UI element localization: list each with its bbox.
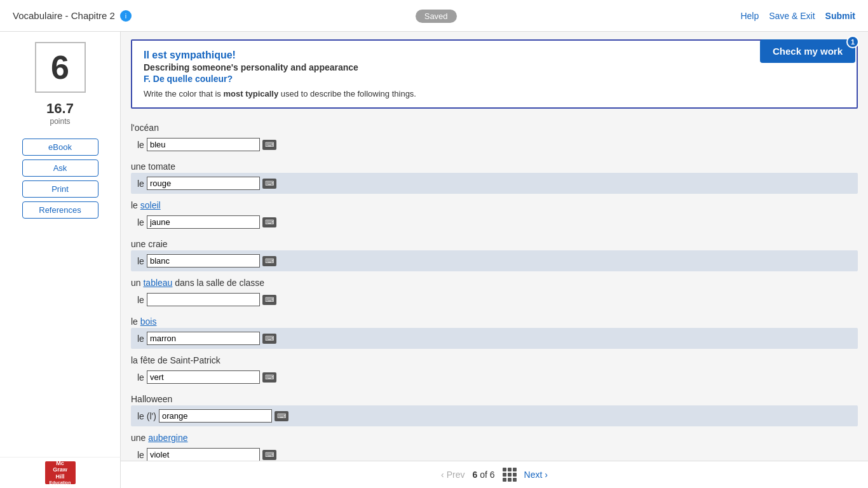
item-7-input[interactable] xyxy=(147,370,260,384)
item-1-answer-row: le xyxy=(131,134,858,155)
activity-number: 6 xyxy=(51,48,69,86)
logo-area: Mc Graw Hill Education xyxy=(0,457,121,488)
keyboard-icon[interactable] xyxy=(262,217,276,227)
help-link[interactable]: Help xyxy=(740,11,759,21)
item-4-input[interactable] xyxy=(147,254,260,268)
keyboard-icon[interactable] xyxy=(262,295,276,305)
save-exit-link[interactable]: Save & Exit xyxy=(769,11,815,21)
pagination: ‹ Prev 6 of 6 Next › xyxy=(121,461,868,488)
item-4-label: une craie xyxy=(131,235,858,250)
item-4-answer-row: le xyxy=(131,250,858,271)
top-bar-right: Help Save & Exit Submit xyxy=(740,11,855,21)
activity-number-box: 6 xyxy=(35,42,86,93)
ask-button[interactable]: Ask xyxy=(22,159,98,177)
saved-indicator: Saved xyxy=(416,11,457,21)
item-3-input[interactable] xyxy=(147,215,260,229)
check-work-button[interactable]: Check my work 1 xyxy=(760,39,855,63)
top-bar: Vocabulaire - Chapitre 2 i Saved Help Sa… xyxy=(0,0,868,32)
item-9-link[interactable]: aubergine xyxy=(148,433,187,443)
list-item: l'océan le xyxy=(131,119,858,155)
grid-view-icon[interactable] xyxy=(503,468,517,482)
exercise-scroll[interactable]: l'océan le une tomate le xyxy=(121,114,868,461)
item-7-answer-row: le xyxy=(131,367,858,388)
check-work-label: Check my work xyxy=(773,46,843,57)
print-button[interactable]: Print xyxy=(22,180,98,198)
item-6-answer-row: le xyxy=(131,328,858,349)
item-9-label: une aubergine xyxy=(131,429,858,444)
exercise-list: l'océan le une tomate le xyxy=(131,119,858,461)
item-2-label: une tomate xyxy=(131,158,858,173)
item-5-link[interactable]: tableau xyxy=(143,278,172,288)
points-label: points xyxy=(50,117,70,126)
item-2-input[interactable] xyxy=(147,177,260,190)
sidebar: 6 16.7 points eBook Ask Print References xyxy=(0,32,121,488)
page-info: 6 of 6 xyxy=(472,470,494,480)
references-button[interactable]: References xyxy=(22,201,98,219)
item-9-input[interactable] xyxy=(147,448,260,461)
list-item: la fête de Saint-Patrick le xyxy=(131,351,858,388)
saved-badge: Saved xyxy=(416,10,457,23)
keyboard-icon[interactable] xyxy=(262,256,276,266)
item-5-label: un tableau dans la salle de classe xyxy=(131,274,858,289)
info-icon[interactable]: i xyxy=(120,10,132,22)
next-button[interactable]: Next › xyxy=(524,470,548,480)
instruction-text: Write the color that is most typically u… xyxy=(144,89,845,98)
item-1-label: l'océan xyxy=(131,119,858,134)
list-item: une craie le xyxy=(131,235,858,271)
item-5-input[interactable] xyxy=(147,293,260,306)
instruction-subtitle: Describing someone's personality and app… xyxy=(144,62,845,72)
top-bar-left: Vocabulaire - Chapitre 2 i xyxy=(13,10,132,22)
content-area: Check my work 1 Il est sympathique! Desc… xyxy=(121,32,868,488)
page-title: Vocabulaire - Chapitre 2 xyxy=(13,10,115,21)
points-value: 16.7 xyxy=(46,100,74,117)
mcgraw-hill-logo: Mc Graw Hill Education xyxy=(45,461,76,484)
sidebar-buttons: eBook Ask Print References xyxy=(22,139,98,219)
main-layout: 6 16.7 points eBook Ask Print References… xyxy=(0,32,868,488)
list-item: une aubergine le xyxy=(131,429,858,461)
check-work-container: Check my work 1 xyxy=(760,39,855,63)
instruction-section: F. De quelle couleur? xyxy=(144,74,845,84)
item-3-link[interactable]: soleil xyxy=(140,200,161,210)
list-item: le soleil le xyxy=(131,196,858,233)
item-9-answer-row: le xyxy=(131,444,858,461)
ebook-button[interactable]: eBook xyxy=(22,139,98,156)
list-item: Halloween le (l') xyxy=(131,390,858,426)
item-5-answer-row: le xyxy=(131,289,858,310)
item-2-answer-row: le xyxy=(131,173,858,194)
keyboard-icon[interactable] xyxy=(262,450,276,460)
instruction-title: Il est sympathique! xyxy=(144,50,845,61)
item-6-input[interactable] xyxy=(147,332,260,345)
item-3-label: le soleil xyxy=(131,196,858,212)
prev-button[interactable]: ‹ Prev xyxy=(441,470,465,480)
item-1-input[interactable] xyxy=(147,138,260,151)
keyboard-icon[interactable] xyxy=(275,411,288,421)
item-8-label: Halloween xyxy=(131,390,858,405)
item-6-link[interactable]: bois xyxy=(140,316,157,327)
keyboard-icon[interactable] xyxy=(262,334,276,344)
item-3-answer-row: le xyxy=(131,212,858,233)
submit-button[interactable]: Submit xyxy=(825,11,855,21)
item-8-answer-row: le (l') xyxy=(131,405,858,426)
keyboard-icon[interactable] xyxy=(262,140,276,150)
item-6-label: le bois xyxy=(131,313,858,328)
keyboard-icon[interactable] xyxy=(262,179,276,189)
list-item: un tableau dans la salle de classe le xyxy=(131,274,858,310)
instruction-box: Il est sympathique! Describing someone's… xyxy=(131,39,858,109)
item-7-label: la fête de Saint-Patrick xyxy=(131,351,858,367)
list-item: le bois le xyxy=(131,313,858,349)
item-8-input[interactable] xyxy=(159,409,272,423)
keyboard-icon[interactable] xyxy=(262,372,276,383)
current-page: 6 xyxy=(472,470,477,480)
list-item: une tomate le xyxy=(131,158,858,194)
check-work-badge: 1 xyxy=(846,36,859,48)
